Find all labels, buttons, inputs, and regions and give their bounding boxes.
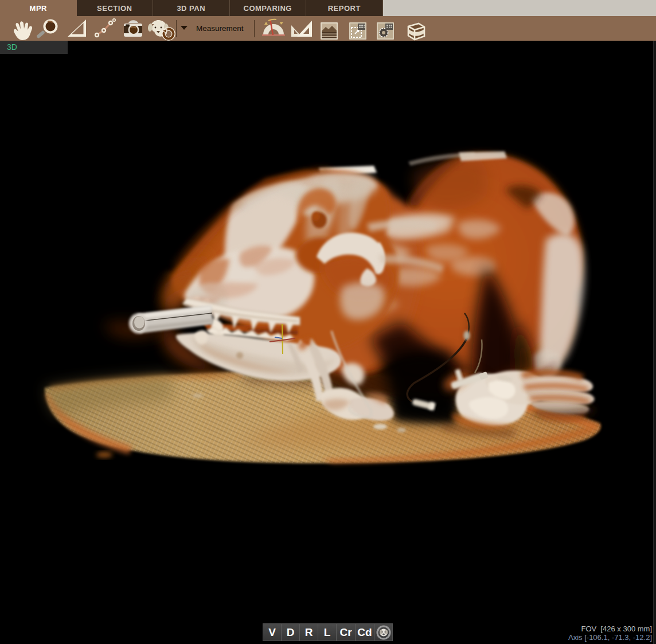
- svg-text:Measurement: Measurement: [196, 24, 244, 33]
